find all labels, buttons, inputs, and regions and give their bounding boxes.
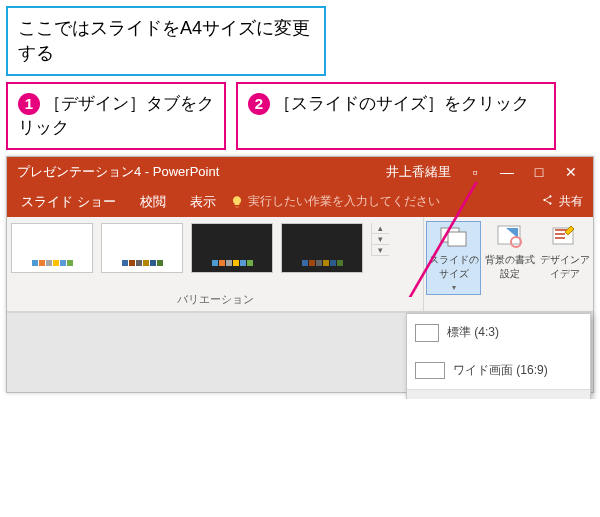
- chevron-down-icon: ▾: [452, 283, 456, 292]
- color-strip: [32, 260, 73, 266]
- design-ideas-icon: [550, 223, 580, 251]
- step-number-1: 1: [18, 93, 40, 115]
- share-label: 共有: [559, 193, 583, 210]
- variations-gallery: ▴ ▾ ▾ バリエーション: [7, 217, 423, 311]
- callout-step-2: 2［スライドのサイズ］をクリック: [236, 82, 556, 150]
- variations-scroll: ▴ ▾ ▾: [371, 223, 389, 256]
- powerpoint-window: プレゼンテーション4 - PowerPoint 井上香緒里 ▫ — □ ✕ スラ…: [6, 156, 594, 393]
- scroll-up-icon[interactable]: ▴: [372, 223, 389, 234]
- format-background-icon: [495, 223, 525, 251]
- tell-me-placeholder: 実行したい作業を入力してください: [248, 193, 440, 210]
- slide-size-label: スライドのサイズ: [427, 253, 480, 281]
- color-strip: [122, 260, 163, 266]
- maximize-button[interactable]: □: [523, 160, 555, 184]
- intro-text: ここではスライドをA4サイズに変更する: [18, 18, 310, 63]
- aspect-4-3-icon: [415, 324, 439, 342]
- variation-thumb-2[interactable]: [101, 223, 183, 273]
- signed-in-user: 井上香緒里: [386, 163, 451, 181]
- design-ideas-button[interactable]: デザインアイデア: [538, 221, 591, 295]
- slide-size-button[interactable]: スライドのサイズ ▾: [426, 221, 481, 295]
- option-custom-slide-size[interactable]: ユーザー設定のスライドのサイズ(C)…: [407, 389, 590, 399]
- ribbon-tabs: スライド ショー 校閲 表示 実行したい作業を入力してください 共有: [7, 187, 593, 217]
- intro-note: ここではスライドをA4サイズに変更する: [6, 6, 326, 76]
- callouts-row: 1［デザイン］タブをクリック 2［スライドのサイズ］をクリック: [6, 82, 594, 150]
- window-title: プレゼンテーション4 - PowerPoint: [17, 163, 219, 181]
- variations-group-label: バリエーション: [7, 292, 423, 307]
- option-standard-label: 標準 (4:3): [447, 324, 499, 341]
- slide-size-dropdown: 標準 (4:3) ワイド画面 (16:9) ユーザー設定のスライドのサイズ(C)…: [406, 313, 591, 399]
- variation-thumb-3[interactable]: [191, 223, 273, 273]
- format-background-label: 背景の書式設定: [483, 253, 536, 281]
- color-strip: [302, 260, 343, 266]
- close-button[interactable]: ✕: [555, 160, 587, 184]
- step-number-2: 2: [248, 93, 270, 115]
- option-standard-4-3[interactable]: 標準 (4:3): [407, 314, 590, 352]
- tab-review[interactable]: 校閲: [130, 189, 176, 215]
- option-wide-label: ワイド画面 (16:9): [453, 362, 548, 379]
- gallery-expand-icon[interactable]: ▾: [372, 245, 389, 256]
- variation-thumb-4[interactable]: [281, 223, 363, 273]
- step-text-1: ［デザイン］タブをクリック: [18, 94, 214, 137]
- tell-me-box[interactable]: 実行したい作業を入力してください: [230, 193, 440, 210]
- titlebar: プレゼンテーション4 - PowerPoint 井上香緒里 ▫ — □ ✕: [7, 157, 593, 187]
- ribbon-display-options-icon[interactable]: ▫: [459, 160, 491, 184]
- share-icon: [541, 193, 555, 210]
- design-ideas-label: デザインアイデア: [538, 253, 591, 281]
- scroll-down-icon[interactable]: ▾: [372, 234, 389, 245]
- variation-thumb-1[interactable]: [11, 223, 93, 273]
- minimize-button[interactable]: —: [491, 160, 523, 184]
- tab-slideshow[interactable]: スライド ショー: [11, 189, 126, 215]
- lightbulb-icon: [230, 195, 244, 209]
- svg-rect-4: [448, 232, 466, 246]
- format-background-button[interactable]: 背景の書式設定: [483, 221, 536, 295]
- step-text-2: ［スライドのサイズ］をクリック: [274, 94, 529, 113]
- tab-view[interactable]: 表示: [180, 189, 226, 215]
- color-strip: [212, 260, 253, 266]
- ribbon-body: ▴ ▾ ▾ バリエーション スライドのサイズ ▾ 背景の書式設定: [7, 217, 593, 312]
- share-button[interactable]: 共有: [535, 191, 589, 212]
- callout-step-1: 1［デザイン］タブをクリック: [6, 82, 226, 150]
- aspect-16-9-icon: [415, 362, 445, 379]
- option-widescreen-16-9[interactable]: ワイド画面 (16:9): [407, 352, 590, 389]
